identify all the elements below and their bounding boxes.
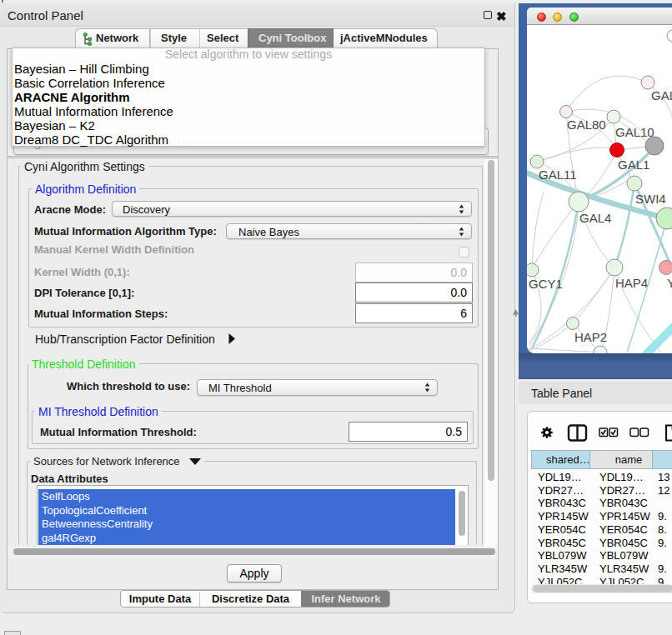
svg-text:GAL1: GAL1 [618, 158, 649, 172]
svg-text:HAP4: HAP4 [615, 276, 648, 290]
svg-text:GAL4: GAL4 [579, 211, 611, 225]
svg-text:GAL7: GAL7 [651, 88, 672, 102]
svg-text:SWI4: SWI4 [635, 192, 666, 206]
svg-text:GCY1: GCY1 [529, 277, 563, 291]
svg-text:GAL80: GAL80 [567, 118, 606, 132]
svg-text:GAL11: GAL11 [539, 168, 577, 182]
svg-text:Y: Y [667, 276, 672, 290]
svg-text:HAP2: HAP2 [574, 330, 607, 344]
svg-text:GAL10: GAL10 [615, 125, 654, 139]
